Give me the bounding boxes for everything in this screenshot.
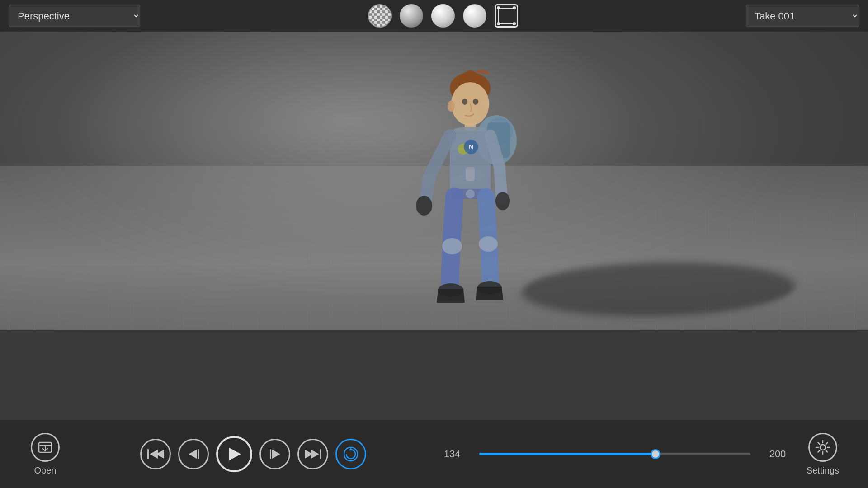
svg-point-8 xyxy=(416,196,432,216)
scrubber-track[interactable] xyxy=(479,453,750,455)
svg-point-11 xyxy=(466,189,475,198)
settings-label: Settings xyxy=(807,465,839,476)
bottom-bar: Open xyxy=(0,420,868,488)
settings-button[interactable] xyxy=(808,433,837,462)
frame-icon[interactable] xyxy=(495,4,518,28)
settings-section: Settings xyxy=(796,433,850,476)
svg-point-18 xyxy=(448,101,455,112)
frame-start: 134 xyxy=(434,448,470,460)
frame-end: 200 xyxy=(760,448,796,460)
loop-icon xyxy=(343,446,359,462)
skip-to-start-button[interactable] xyxy=(140,439,171,469)
scrubber-thumb[interactable] xyxy=(651,449,660,459)
take-dropdown[interactable]: Take 001 Take 002 Take 003 xyxy=(746,5,859,27)
skip-to-end-button[interactable] xyxy=(297,439,328,469)
svg-point-26 xyxy=(820,445,826,450)
checkerboard-sphere-icon[interactable] xyxy=(368,4,392,28)
svg-point-17 xyxy=(473,99,478,105)
scrubber-section: 134 200 xyxy=(434,448,796,460)
svg-line-32 xyxy=(826,450,828,452)
svg-rect-7 xyxy=(466,167,475,181)
step-back-button[interactable] xyxy=(178,439,209,469)
white-sphere-icon[interactable] xyxy=(463,4,486,28)
character-display: N xyxy=(380,54,561,325)
playback-controls xyxy=(72,436,434,472)
open-section: Open xyxy=(18,433,72,476)
svg-text:N: N xyxy=(469,143,473,150)
step-forward-button[interactable] xyxy=(259,439,290,469)
svg-point-9 xyxy=(495,192,510,210)
svg-point-13 xyxy=(479,236,498,252)
play-button[interactable] xyxy=(216,436,252,472)
viewport-display-icons xyxy=(368,4,518,28)
settings-icon xyxy=(814,439,831,456)
perspective-dropdown[interactable]: Perspective Front Back Left Right Top Bo… xyxy=(9,5,140,27)
top-bar: Perspective Front Back Left Right Top Bo… xyxy=(0,0,868,32)
svg-line-31 xyxy=(818,442,820,444)
svg-point-12 xyxy=(442,238,462,254)
open-button[interactable] xyxy=(31,433,60,462)
svg-point-16 xyxy=(462,99,467,105)
svg-line-34 xyxy=(818,450,820,452)
light-sphere-icon[interactable] xyxy=(431,4,455,28)
svg-marker-25 xyxy=(349,448,353,450)
open-label: Open xyxy=(34,465,57,476)
scrubber-row: 134 200 xyxy=(434,448,796,460)
scrubber-fill xyxy=(479,453,656,455)
viewport[interactable]: N xyxy=(0,32,868,330)
gray-sphere-icon[interactable] xyxy=(400,4,423,28)
character-svg: N xyxy=(384,59,556,321)
loop-button[interactable] xyxy=(335,439,366,469)
open-icon xyxy=(38,440,53,455)
svg-line-33 xyxy=(826,442,828,444)
